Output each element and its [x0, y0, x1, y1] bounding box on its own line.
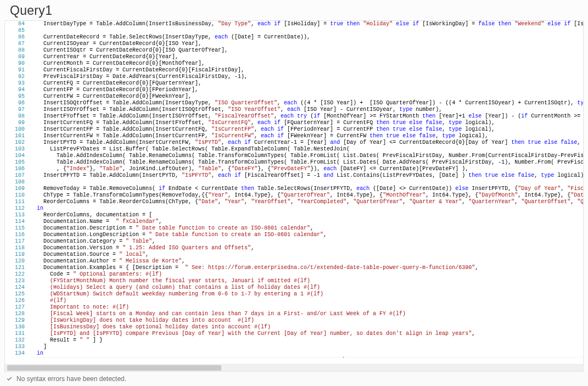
code-line[interactable]: 114 Documentation.Name = " fxCalendar",	[5, 219, 583, 225]
code-line[interactable]: 104 Table.AddIndexColumn( Table.RenameCo…	[5, 153, 583, 159]
code-content[interactable]: Code = " Optional paramters: #(lf)	[30, 271, 583, 278]
code-line[interactable]: 134 in	[5, 350, 583, 357]
code-line[interactable]: 124 (Holidays) Select a query (and colum…	[5, 284, 583, 291]
code-content[interactable]: ]	[30, 344, 583, 350]
code-line[interactable]: 121 Documentation.Examples = { [Descript…	[5, 265, 583, 271]
code-line[interactable]: 115 Documentation.Description = " Date t…	[5, 225, 583, 232]
code-content[interactable]: InsertPFYTD = Table.AddColumn(InsertPYTD…	[30, 172, 583, 179]
code-lines[interactable]: 84 InsertDayType = Table.AddColumn(Inser…	[5, 21, 583, 357]
code-content[interactable]: InsertFYoffset = Table.AddColumn(InsertI…	[30, 113, 583, 120]
code-line[interactable]: 101 InsertCurrentFW = Table.AddColumn(In…	[5, 133, 583, 139]
code-line[interactable]: 85	[5, 27, 583, 34]
code-content[interactable]: [IsWorkingDay] does not take holiday dat…	[30, 317, 583, 324]
code-line[interactable]: 113 ReorderColumns, documentation = [	[5, 212, 583, 219]
code-line[interactable]: 90 CurrentMonth = CurrentDateRecord{0}[M…	[5, 60, 583, 67]
code-line[interactable]: 98 InsertFYoffset = Table.AddColumn(Inse…	[5, 113, 583, 120]
code-content[interactable]: InsertCurrentFQ = Table.AddColumn(Insert…	[30, 120, 583, 126]
code-content[interactable]: InsertCurrentFW = Table.AddColumn(Insert…	[30, 133, 583, 139]
code-line[interactable]: 125 (WDStartNum) Switch default weekday …	[5, 291, 583, 298]
code-line[interactable]: 97 InsertISOYrOffset = Table.AddColumn(I…	[5, 107, 583, 113]
code-content[interactable]: Documentation.Description = " Date table…	[30, 225, 583, 232]
code-line[interactable]: 111 ReorderColumns = Table.ReorderColumn…	[5, 199, 583, 205]
code-content[interactable]: (Holidays) Select a query (and column) t…	[30, 284, 583, 291]
code-content[interactable]: ChType = Table.TransformColumnTypes(Remo…	[30, 192, 583, 199]
code-line[interactable]: 95 CurrentFW = CurrentDateRecord{0}[FWee…	[5, 93, 583, 100]
code-line[interactable]: 105 Table.AddIndexColumn( Table.RenameCo…	[5, 159, 583, 166]
code-content[interactable]: CurrentFiscalFirstDay = CurrentDateRecor…	[30, 67, 583, 74]
code-line[interactable]: 132 Result = " " ] }	[5, 337, 583, 344]
code-content[interactable]: CurrentFQ = CurrentDateRecord{0}[FQuarte…	[30, 80, 583, 87]
code-line[interactable]: 107 InsertPFYTD = Table.AddColumn(Insert…	[5, 172, 583, 179]
code-line[interactable]: 94 CurrentFP = CurrentDateRecord{0}[FPer…	[5, 87, 583, 93]
code-content[interactable]: (WDStartNum) Switch default weekday numb…	[30, 291, 583, 298]
code-line[interactable]: 117 Documentation.Category = " Table",	[5, 238, 583, 245]
code-content[interactable]: [IsBusinessDay] does take optional holid…	[30, 324, 583, 331]
code-content[interactable]: CurrentYear = CurrentDateRecord{0}[Year]…	[30, 54, 583, 60]
code-content[interactable]: RemoveToday = Table.RemoveColumns( if En…	[30, 186, 583, 192]
code-line[interactable]: 108	[5, 179, 583, 186]
code-line[interactable]: 129 [IsWorkingDay] does not take holiday…	[5, 317, 583, 324]
code-content[interactable]: Result = " " ] }	[30, 337, 583, 344]
code-content[interactable]: InsertISOYrOffset = Table.AddColumn(Inse…	[30, 107, 583, 113]
code-line[interactable]: 88 CurrentISOqtr = CurrentDateRecord{0}[…	[5, 47, 583, 54]
code-content[interactable]: Documentation.Name = " fxCalendar",	[30, 219, 583, 225]
code-content[interactable]: Important to note: #(lf)	[30, 304, 583, 311]
code-content[interactable]: CurrentFW = CurrentDateRecord{0}[FWeeknY…	[30, 93, 583, 100]
code-content[interactable]: [IsPYTD] and [IsPFYTD] compare Previous …	[30, 331, 583, 337]
code-content[interactable]	[30, 179, 583, 186]
code-content[interactable]: ListPrevFYDates = List.Buffer( Table.Sel…	[30, 146, 583, 153]
code-line[interactable]: 135 Value.ReplaceType(fnDateTable, Value…	[5, 357, 583, 357]
code-line[interactable]: 84 InsertDayType = Table.AddColumn(Inser…	[5, 21, 583, 27]
horizontal-scrollbar[interactable]	[5, 364, 583, 371]
code-line[interactable]: 110 ChType = Table.TransformColumnTypes(…	[5, 192, 583, 199]
code-content[interactable]: CurrentISOqtr = CurrentDateRecord{0}[ISO…	[30, 47, 583, 54]
code-line[interactable]: 127 Important to note: #(lf)	[5, 304, 583, 311]
code-content[interactable]: Documentation.Examples = { [Description …	[30, 265, 583, 271]
code-line[interactable]: 131 [IsPYTD] and [IsPFYTD] compare Previ…	[5, 331, 583, 337]
code-content[interactable]: InsertISOQtrOffset = Table.AddColumn(Ins…	[30, 100, 583, 107]
code-line[interactable]: 130 [IsBusinessDay] does take optional h…	[5, 324, 583, 331]
code-content[interactable]: CurrentFP = CurrentDateRecord{0}[FPeriod…	[30, 87, 583, 93]
code-content[interactable]: InsertDayType = Table.AddColumn(InsertIs…	[30, 21, 583, 27]
code-editor[interactable]: 84 InsertDayType = Table.AddColumn(Inser…	[5, 21, 583, 364]
code-content[interactable]: [Fiscal Week] starts on a Monday and can…	[30, 311, 583, 317]
code-line[interactable]: 102 InsertPYTD = Table.AddColumn(InsertC…	[5, 139, 583, 146]
code-line[interactable]: 109 RemoveToday = Table.RemoveColumns( i…	[5, 186, 583, 192]
code-content[interactable]: ReorderColumns, documentation = [	[30, 212, 583, 219]
code-content[interactable]	[30, 27, 583, 34]
code-content[interactable]: , {"Index"}, "Table", JoinKind.LeftOuter…	[30, 166, 583, 172]
code-line[interactable]: 122 Code = " Optional paramters: #(lf)	[5, 271, 583, 278]
code-content[interactable]: in	[30, 205, 583, 212]
code-line[interactable]: 106 , {"Index"}, "Table", JoinKind.LeftO…	[5, 166, 583, 172]
code-content[interactable]: Table.AddIndexColumn( Table.RenameColumn…	[30, 159, 583, 166]
code-content[interactable]: PrevFiscalFirstDay = Date.AddYears(Curre…	[30, 74, 583, 80]
code-line[interactable]: 100 InsertCurrentFP = Table.AddColumn(In…	[5, 126, 583, 133]
code-line[interactable]: 128 [Fiscal Week] starts on a Monday and…	[5, 311, 583, 317]
horizontal-scrollbar-thumb[interactable]	[7, 365, 221, 371]
code-line[interactable]: 112 in	[5, 205, 583, 212]
code-line[interactable]: 116 Documentation.LongDescription = " Da…	[5, 232, 583, 238]
code-content[interactable]: #(lf)	[30, 298, 583, 304]
code-content[interactable]: Documentation.Source = " local",	[30, 251, 583, 258]
code-line[interactable]: 96 InsertISOQtrOffset = Table.AddColumn(…	[5, 100, 583, 107]
code-content[interactable]: Documentation.Version = " 1.25: Added IS…	[30, 245, 583, 251]
code-content[interactable]: CurrentDateRecord = Table.SelectRows(Ins…	[30, 34, 583, 41]
code-content[interactable]: Documentation.LongDescription = " Date t…	[30, 232, 583, 238]
code-line[interactable]: 91 CurrentFiscalFirstDay = CurrentDateRe…	[5, 67, 583, 74]
code-line[interactable]: 118 Documentation.Version = " 1.25: Adde…	[5, 245, 583, 251]
code-content[interactable]: Documentation.Author = " Melissa de Kort…	[30, 258, 583, 265]
code-content[interactable]: (FYStartMonthNum) Month number the fisca…	[30, 278, 583, 284]
code-content[interactable]: InsertPYTD = Table.AddColumn(InsertCurre…	[30, 139, 583, 146]
code-line[interactable]: 126 #(lf)	[5, 298, 583, 304]
code-line[interactable]: 89 CurrentYear = CurrentDateRecord{0}[Ye…	[5, 54, 583, 60]
code-line[interactable]: 123 (FYStartMonthNum) Month number the f…	[5, 278, 583, 284]
code-content[interactable]: CurrentISOyear = CurrentDateRecord{0}[IS…	[30, 41, 583, 47]
code-content[interactable]: in	[30, 350, 583, 357]
code-line[interactable]: 103 ListPrevFYDates = List.Buffer( Table…	[5, 146, 583, 153]
code-line[interactable]: 133 ]	[5, 344, 583, 350]
code-line[interactable]: 99 InsertCurrentFQ = Table.AddColumn(Ins…	[5, 120, 583, 126]
code-content[interactable]: Value.ReplaceType(fnDateTable, Value.Rep…	[30, 357, 583, 357]
code-content[interactable]: ReorderColumns = Table.ReorderColumns(Ch…	[30, 199, 583, 205]
code-content[interactable]: Documentation.Category = " Table",	[30, 238, 583, 245]
code-line[interactable]: 87 CurrentISOyear = CurrentDateRecord{0}…	[5, 41, 583, 47]
